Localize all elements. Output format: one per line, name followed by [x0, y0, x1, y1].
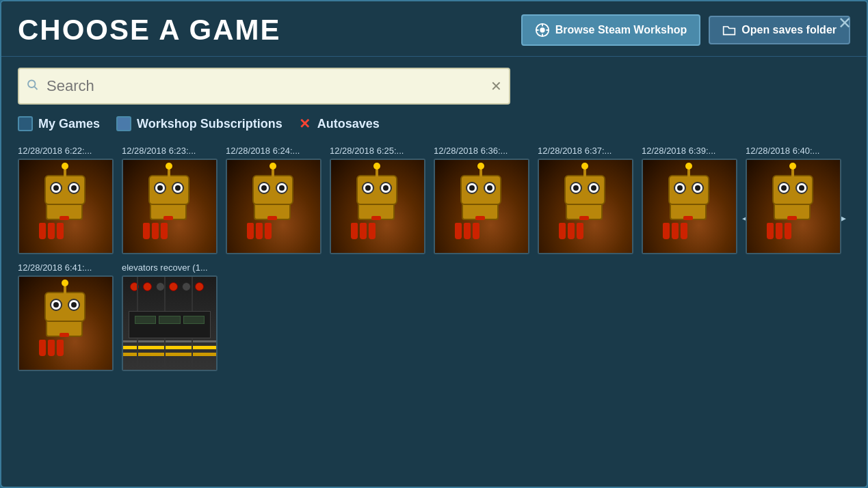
game-item[interactable]: 12/28/2018 6:37:... [538, 146, 633, 254]
folder-icon [722, 24, 736, 36]
game-label: 12/28/2018 6:22:... [18, 146, 114, 156]
open-saves-button[interactable]: Open saves folder [709, 16, 850, 44]
my-games-filter[interactable]: My Games [18, 116, 100, 131]
game-label: 12/28/2018 6:40:... [746, 146, 841, 156]
filter-sort-row: My Games Workshop Subscriptions ✕ Autosa… [1, 110, 867, 140]
steam-icon [535, 23, 550, 38]
search-clear-button[interactable]: ✕ [490, 78, 502, 94]
autosaves-x-icon: ✕ [299, 116, 311, 132]
my-games-checkbox[interactable] [18, 116, 33, 131]
game-thumbnail [642, 159, 737, 254]
game-item[interactable]: 12/28/2018 6:25:... [330, 146, 425, 254]
choose-game-dialog: CHOOSE A GAME Browse Steam Workshop Open… [0, 0, 868, 488]
search-icon [26, 79, 38, 94]
game-thumbnail [538, 159, 633, 254]
game-thumbnail [122, 275, 218, 371]
workshop-filter[interactable]: Workshop Subscriptions [116, 116, 282, 131]
game-grid: 12/28/2018 6:22:... [18, 146, 850, 371]
game-thumbnail [746, 159, 841, 254]
game-item[interactable]: 12/28/2018 6:41:... [18, 262, 114, 371]
svg-point-1 [540, 27, 544, 32]
game-label: 12/28/2018 6:41:... [18, 262, 114, 273]
game-item[interactable]: 12/28/2018 6:22:... [18, 146, 114, 254]
game-item[interactable]: 12/28/2018 6:24:... [226, 146, 321, 254]
game-grid-area: 12/28/2018 6:22:... [1, 140, 867, 487]
dialog-title: CHOOSE A GAME [18, 14, 281, 46]
game-label: 12/28/2018 6:25:... [330, 146, 425, 156]
browse-workshop-label: Browse Steam Workshop [555, 24, 687, 36]
svg-line-7 [34, 87, 37, 90]
game-thumbnail [434, 159, 529, 254]
search-wrapper: ✕ [18, 68, 510, 105]
game-item[interactable]: 12/28/2018 6:36:... [434, 146, 529, 254]
game-label: 12/28/2018 6:39:... [642, 146, 737, 156]
game-label: 12/28/2018 6:36:... [434, 146, 529, 156]
game-label: elevators recover (1... [122, 262, 218, 273]
game-thumbnail [122, 159, 218, 254]
game-item[interactable]: 12/28/2018 6:39:... [642, 146, 737, 254]
game-thumbnail [226, 159, 321, 254]
game-item[interactable]: 12/28/2018 6:40:... [746, 146, 841, 254]
filter-bar: My Games Workshop Subscriptions ✕ Autosa… [1, 110, 867, 140]
svg-point-6 [28, 81, 36, 88]
autosaves-filter[interactable]: ✕ Autosaves [299, 116, 380, 132]
game-label: 12/28/2018 6:23:... [122, 146, 218, 156]
browse-workshop-button[interactable]: Browse Steam Workshop [521, 14, 701, 46]
game-thumbnail [18, 275, 114, 371]
autosaves-label: Autosaves [317, 117, 380, 131]
title-buttons: Browse Steam Workshop Open saves folder [521, 14, 850, 46]
workshop-label: Workshop Subscriptions [137, 117, 282, 131]
game-label: 12/28/2018 6:24:... [226, 146, 321, 156]
my-games-label: My Games [38, 117, 100, 131]
game-thumbnail [330, 159, 425, 254]
game-label: 12/28/2018 6:37:... [538, 146, 633, 156]
search-input[interactable] [18, 68, 510, 105]
game-item[interactable]: elevators recover (1... [122, 262, 218, 371]
title-bar: CHOOSE A GAME Browse Steam Workshop Open… [1, 1, 867, 57]
workshop-checkbox[interactable] [116, 116, 131, 131]
game-item[interactable]: 12/28/2018 6:23:... [122, 146, 218, 254]
open-saves-label: Open saves folder [741, 24, 837, 36]
search-bar-container: ✕ [1, 57, 867, 110]
game-thumbnail [18, 159, 114, 254]
close-button[interactable]: ✕ [832, 11, 857, 36]
